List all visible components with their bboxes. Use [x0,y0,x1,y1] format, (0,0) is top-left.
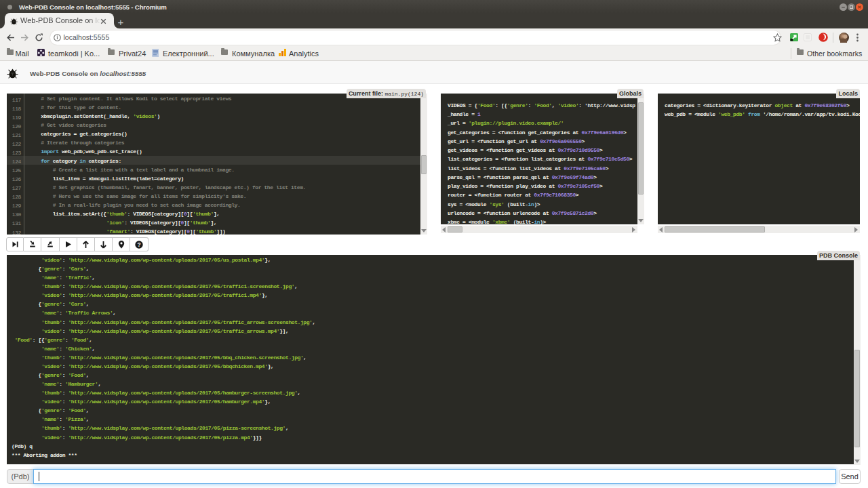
svg-text:?: ? [137,241,140,247]
